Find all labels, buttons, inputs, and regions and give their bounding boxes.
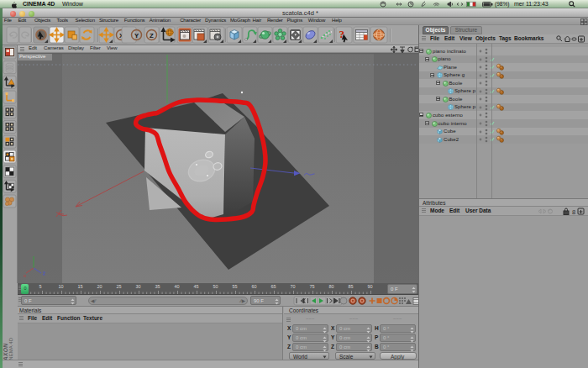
svg-text:Y: Y	[134, 32, 139, 39]
svg-text:8: 8	[572, 208, 575, 216]
svg-text:Z: Z	[150, 32, 154, 39]
